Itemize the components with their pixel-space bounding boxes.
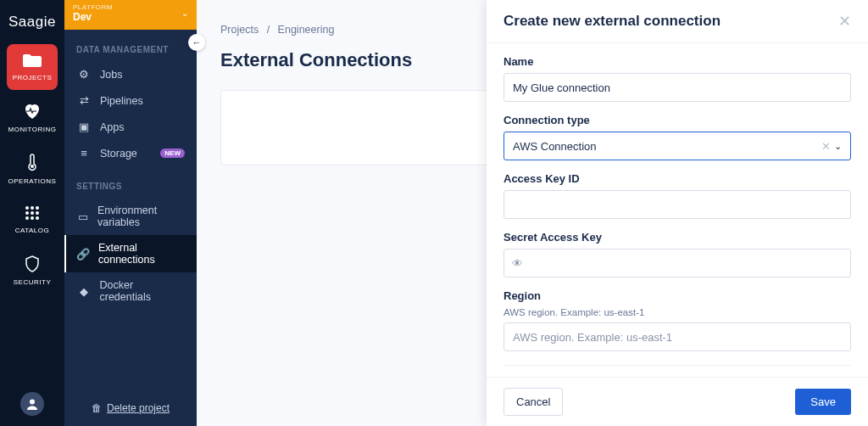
user-avatar[interactable] [20,392,44,416]
nav-label: Apps [100,121,125,133]
secret-input[interactable] [504,249,851,277]
name-input[interactable] [504,73,851,102]
platform-selector[interactable]: PLATFORM Dev ⌄ [64,0,197,30]
crumb-leaf[interactable]: Engineering [278,24,335,36]
nav-storage[interactable]: ≡StorageNEW [64,140,197,166]
section-settings-title: SETTINGS [64,166,197,198]
platform-label: PLATFORM [73,3,188,11]
svg-point-2 [31,206,34,210]
nav-label: Environment variables [97,205,185,228]
panel-footer: Cancel Save [487,377,868,426]
docker-icon: ◆ [76,285,91,298]
field-region: Region AWS region. Example: us-east-1 [504,289,851,351]
svg-point-0 [31,165,34,168]
nav-pipelines[interactable]: ⇄Pipelines [64,87,197,114]
grid-icon [25,205,40,223]
rail-label: OPERATIONS [8,177,57,185]
panel-title: Create new external connection [504,13,721,30]
nav-label: Storage [100,148,137,160]
flow-icon: ⇄ [76,94,92,107]
svg-point-7 [25,216,29,220]
rail-projects[interactable]: PROJECTS [7,44,58,90]
field-name: Name [504,55,851,102]
nav-external-connections[interactable]: 🔗External connections [64,235,197,272]
sidebar: PLATFORM Dev ⌄ ← DATA MANAGEMENT ⚙Jobs ⇄… [64,0,197,426]
region-label: Region [504,289,851,302]
divider [504,365,851,366]
rail-label: MONITORING [8,126,57,133]
rail-label: CATALOG [15,227,50,234]
crumb-sep: / [267,24,270,36]
type-select[interactable]: AWS Connection ✕ ⌄ [504,132,851,160]
thermometer-icon [26,153,38,174]
field-access-key: Access Key ID [504,172,851,219]
close-icon[interactable]: ✕ [838,12,851,31]
folder-icon [23,53,42,70]
rail-monitoring[interactable]: MONITORING [7,95,58,141]
rail-catalog[interactable]: CATALOG [7,197,58,243]
nav-apps[interactable]: ▣Apps [64,114,197,140]
svg-point-6 [36,211,39,215]
cog-icon: ⚙ [76,68,92,81]
nav-label: External connections [98,242,185,266]
svg-point-9 [36,216,39,220]
svg-point-4 [25,211,29,215]
save-button[interactable]: Save [795,389,851,415]
brand-logo: Saagie [8,14,56,31]
section-data-title: DATA MANAGEMENT [64,30,197,61]
crumb-root[interactable]: Projects [220,24,259,36]
svg-point-1 [25,206,29,210]
field-type: Connection type AWS Connection ✕ ⌄ [504,114,851,160]
rail-label: PROJECTS [13,74,53,81]
field-secret: Secret Access Key 👁 [504,231,851,277]
panel-header: Create new external connection ✕ [487,0,868,43]
access-key-label: Access Key ID [504,172,851,185]
new-badge: NEW [160,149,185,158]
rail-label: SECURITY [14,278,51,286]
heart-icon [23,103,42,122]
nav-label: Pipelines [100,95,143,107]
eye-off-icon[interactable]: 👁 [512,257,523,270]
delete-project-label: Delete project [107,402,170,414]
region-input[interactable] [504,322,851,351]
chevron-down-icon[interactable]: ⌄ [834,141,842,152]
create-connection-panel: Create new external connection ✕ Name Co… [487,0,868,426]
type-label: Connection type [504,114,851,126]
secret-label: Secret Access Key [504,231,851,244]
link-icon: 🔗 [76,248,90,261]
shield-icon [25,255,40,275]
rail-security[interactable]: SECURITY [7,248,58,294]
delete-project[interactable]: 🗑 Delete project [64,390,197,426]
nav-docker-credentials[interactable]: ◆Docker credentials [64,272,197,310]
svg-point-8 [31,216,34,220]
clear-icon[interactable]: ✕ [821,140,831,153]
region-help: AWS region. Example: us-east-1 [504,307,851,317]
svg-point-3 [36,206,39,210]
rail-operations[interactable]: OPERATIONS [7,146,58,192]
nav-rail: Saagie PROJECTS MONITORING OPERATIONS CA… [0,0,64,426]
app-icon: ▣ [76,121,92,133]
nav-label: Jobs [100,69,122,81]
nav-jobs[interactable]: ⚙Jobs [64,61,197,87]
chevron-down-icon: ⌄ [181,8,188,18]
nav-label: Docker credentials [99,279,185,303]
type-value: AWS Connection [513,140,821,153]
access-key-input[interactable] [504,190,851,219]
db-icon: ≡ [76,147,92,160]
var-icon: ▭ [76,210,89,223]
platform-value: Dev [73,11,188,23]
cancel-button[interactable]: Cancel [504,388,563,416]
panel-body: Name Connection type AWS Connection ✕ ⌄ … [487,43,868,377]
nav-env-vars[interactable]: ▭Environment variables [64,198,197,235]
svg-point-5 [31,211,34,215]
trash-icon: 🗑 [92,402,102,414]
svg-point-10 [30,400,35,405]
rail-bottom [20,392,44,416]
name-label: Name [504,55,851,68]
